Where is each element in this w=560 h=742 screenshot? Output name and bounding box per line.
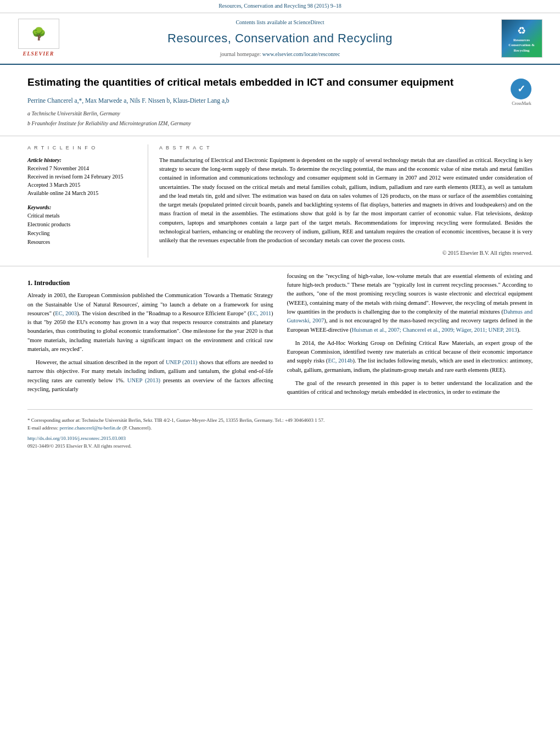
ref-ec-2014b[interactable]: EC, 2014b [328, 358, 352, 364]
ref-ec-2011[interactable]: EC, 2011 [250, 310, 272, 316]
issn-block: 0921-3449/© 2015 Elsevier B.V. All right… [27, 443, 533, 450]
ref-huisman[interactable]: Huisman et al., 2007; Chancerel et al., … [352, 327, 517, 333]
right-col-text: focusing on the "recycling of high-value… [287, 272, 533, 397]
footnote-email-suffix: (P. Chancerel). [122, 425, 152, 431]
copyright-line: © 2015 Elsevier B.V. All rights reserved… [159, 249, 533, 258]
homepage-url[interactable]: www.elsevier.com/locate/resconrec [262, 51, 340, 57]
history-label: Article history: [27, 156, 139, 164]
article-title-section: ✓ CrossMark Estimating the quantities of… [0, 65, 560, 136]
journal-main-title: Resources, Conservation and Recycling [60, 30, 500, 47]
intro-para-1: Already in 2003, the European Commission… [27, 291, 273, 354]
page-wrapper: Resources, Conservation and Recycling 98… [0, 0, 560, 454]
crossmark-badge: ✓ CrossMark [511, 79, 533, 101]
keyword-1: Critical metals [27, 211, 139, 220]
intro-paragraph-1: Already in 2003, the European Commission… [27, 291, 273, 394]
keywords-label: Keywords: [27, 204, 139, 212]
ref-unep-2013[interactable]: UNEP (2013) [127, 377, 160, 383]
recycle-icon: ♻ [517, 24, 526, 38]
footer-section: * Corresponding author at: Technische Un… [0, 412, 560, 454]
homepage-line: journal homepage: www.elsevier.com/locat… [60, 51, 500, 59]
footnote-email[interactable]: perrine.chancerel@tu-berlin.de [59, 425, 121, 431]
journal-title-block: Contents lists available at ScienceDirec… [60, 19, 500, 59]
right-para-3: The goal of the research presented in th… [287, 379, 533, 397]
footnote-email-block: E-mail address: perrine.chancerel@tu-ber… [27, 425, 533, 432]
ref-unep-2011[interactable]: UNEP (2011) [166, 359, 198, 365]
crossmark-circle: ✓ [511, 79, 531, 99]
keywords-block: Keywords: Critical metals Electronic pro… [27, 204, 139, 247]
revised-date: Received in revised form 24 February 201… [27, 172, 139, 181]
intro-section-title: 1. Introduction [27, 278, 273, 288]
abstract-heading: A B S T R A C T [159, 144, 533, 152]
article-info-column: A R T I C L E I N F O Article history: R… [27, 144, 148, 258]
available-date: Available online 24 March 2015 [27, 189, 139, 197]
journal-reference: Resources, Conservation and Recycling 98… [219, 3, 341, 9]
abstract-text: The manufacturing of Electrical and Elec… [159, 156, 533, 246]
doi-block: http://dx.doi.org/10.1016/j.resconrec.20… [27, 435, 533, 443]
article-info-abstract-section: A R T I C L E I N F O Article history: R… [0, 136, 560, 266]
keyword-3: Recycling [27, 229, 139, 238]
article-title: Estimating the quantities of critical me… [27, 76, 533, 90]
footer-divider [27, 409, 533, 410]
abstract-column: A B S T R A C T The manufacturing of Ele… [159, 144, 533, 258]
affiliation-b: b Fraunhofer Institute for Reliability a… [27, 120, 533, 128]
contents-available-line: Contents lists available at ScienceDirec… [60, 19, 500, 27]
keyword-4: Resources [27, 238, 139, 247]
authors-line: Perrine Chancerel a,*, Max Marwede a, Ni… [27, 96, 533, 105]
keywords-list: Critical metals Electronic products Recy… [27, 211, 139, 247]
body-content-section: 1. Introduction Already in 2003, the Eur… [0, 266, 560, 406]
doi-link[interactable]: http://dx.doi.org/10.1016/j.resconrec.20… [27, 436, 126, 441]
keyword-2: Electronic products [27, 220, 139, 229]
affiliation-a: a Technische Universität Berlin, Germany [27, 110, 533, 118]
right-para-2: In 2014, the Ad-Hoc Working Group on Def… [287, 339, 533, 375]
crossmark-label: CrossMark [511, 101, 533, 107]
elsevier-logo: 🌳 ELSEVIER [16, 19, 60, 58]
accepted-date: Accepted 3 March 2015 [27, 181, 139, 189]
body-right-column: focusing on the "recycling of high-value… [287, 272, 533, 401]
journal-reference-bar: Resources, Conservation and Recycling 98… [0, 0, 560, 13]
article-info-heading: A R T I C L E I N F O [27, 144, 139, 152]
footnote-star-block: * Corresponding author at: Technische Un… [27, 417, 533, 425]
ref-dahmus[interactable]: Dahmus and Gutowski, 2007 [287, 309, 533, 323]
journal-thumbnail: ♻ Resources Conservation & Recycling [500, 19, 544, 58]
elsevier-name: ELSEVIER [23, 50, 54, 58]
ref-ec-2003[interactable]: EC, 2003 [55, 310, 77, 316]
footnote-star-text: * Corresponding author at: Technische Un… [27, 417, 324, 423]
article-history-block: Article history: Received 7 November 201… [27, 156, 139, 197]
journal-cover-image: ♻ Resources Conservation & Recycling [501, 19, 542, 58]
sciencedirect-link[interactable]: ScienceDirect [293, 19, 324, 25]
received-date: Received 7 November 2014 [27, 164, 139, 172]
elsevier-tree-icon: 🌳 [31, 25, 46, 43]
body-left-column: 1. Introduction Already in 2003, the Eur… [27, 272, 273, 401]
journal-thumb-text: Resources Conservation & Recycling [504, 38, 540, 53]
journal-header: 🌳 ELSEVIER Contents lists available at S… [0, 13, 560, 65]
right-para-1: focusing on the "recycling of high-value… [287, 272, 533, 334]
elsevier-logo-image: 🌳 [18, 19, 59, 49]
intro-para-2: However, the actual situation described … [27, 358, 273, 394]
footnote-email-label: E-mail address: [27, 425, 58, 431]
